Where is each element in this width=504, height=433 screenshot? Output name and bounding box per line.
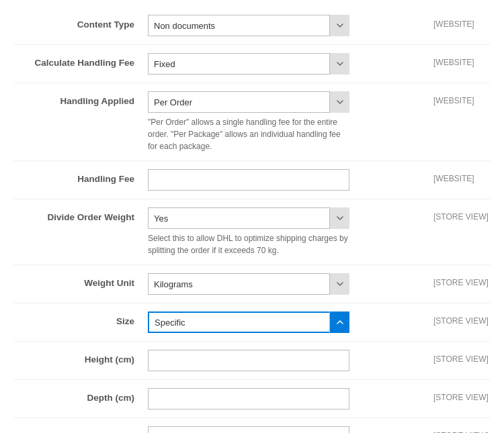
- label-width-cm: Width (cm): [13, 426, 148, 433]
- form-row-size: SizeSpecificRegular [STORE VIEW]: [13, 303, 491, 342]
- input-width-cm[interactable]: [148, 426, 349, 433]
- input-depth-cm[interactable]: [148, 388, 349, 410]
- form-row-width-cm: Width (cm)[STORE VIEW]: [13, 418, 491, 433]
- input-handling-fee[interactable]: [148, 169, 349, 191]
- form-row-weight-unit: Weight UnitKilogramsPounds [STORE VIEW]: [13, 265, 491, 303]
- form-row-handling-applied: Handling AppliedPer OrderPer Package "Pe…: [13, 83, 491, 161]
- control-wrap-size: SpecificRegular: [148, 311, 423, 333]
- select-wrapper-weight-unit: KilogramsPounds: [148, 273, 349, 295]
- scope-depth-cm: [STORE VIEW]: [423, 388, 491, 402]
- scope-calculate-handling-fee: [WEBSITE]: [423, 53, 491, 67]
- form-row-height-cm: Height (cm)[STORE VIEW]: [13, 342, 491, 380]
- scope-height-cm: [STORE VIEW]: [423, 350, 491, 364]
- label-weight-unit: Weight Unit: [13, 273, 148, 288]
- control-wrap-handling-fee: [148, 169, 423, 191]
- select-handling-applied[interactable]: Per OrderPer Package: [148, 91, 349, 113]
- control-wrap-handling-applied: Per OrderPer Package "Per Order" allows …: [148, 91, 423, 152]
- select-size[interactable]: SpecificRegular: [148, 311, 349, 333]
- form-row-calculate-handling-fee: Calculate Handling FeeFixedPercent [WEBS…: [13, 45, 491, 83]
- control-wrap-content-type: Non documentsDocuments: [148, 15, 423, 36]
- note-divide-order-weight: Select this to allow DHL to optimize shi…: [148, 232, 349, 256]
- note-handling-applied: "Per Order" allows a single handling fee…: [148, 116, 349, 152]
- control-wrap-divide-order-weight: YesNo Select this to allow DHL to optimi…: [148, 207, 423, 256]
- select-wrapper-size: SpecificRegular: [148, 311, 349, 333]
- label-height-cm: Height (cm): [13, 350, 148, 365]
- scope-width-cm: [STORE VIEW]: [423, 426, 491, 433]
- select-wrapper-content-type: Non documentsDocuments: [148, 15, 349, 36]
- scope-content-type: [WEBSITE]: [423, 15, 491, 29]
- scope-handling-fee: [WEBSITE]: [423, 169, 491, 183]
- label-depth-cm: Depth (cm): [13, 388, 148, 403]
- scope-size: [STORE VIEW]: [423, 311, 491, 326]
- control-wrap-weight-unit: KilogramsPounds: [148, 273, 423, 295]
- select-calculate-handling-fee[interactable]: FixedPercent: [148, 53, 349, 75]
- label-divide-order-weight: Divide Order Weight: [13, 207, 148, 222]
- label-calculate-handling-fee: Calculate Handling Fee: [13, 53, 148, 68]
- control-wrap-calculate-handling-fee: FixedPercent: [148, 53, 423, 75]
- scope-divide-order-weight: [STORE VIEW]: [423, 207, 491, 222]
- label-handling-applied: Handling Applied: [13, 91, 148, 106]
- form-row-depth-cm: Depth (cm)[STORE VIEW]: [13, 380, 491, 418]
- settings-form: Content TypeNon documentsDocuments [WEBS…: [0, 0, 504, 433]
- label-content-type: Content Type: [13, 15, 148, 30]
- control-wrap-width-cm: [148, 426, 423, 433]
- label-size: Size: [13, 311, 148, 326]
- select-weight-unit[interactable]: KilogramsPounds: [148, 273, 349, 295]
- select-divide-order-weight[interactable]: YesNo: [148, 207, 349, 229]
- control-wrap-depth-cm: [148, 388, 423, 410]
- control-wrap-height-cm: [148, 350, 423, 371]
- form-row-content-type: Content TypeNon documentsDocuments [WEBS…: [13, 7, 491, 45]
- select-wrapper-divide-order-weight: YesNo: [148, 207, 349, 229]
- select-content-type[interactable]: Non documentsDocuments: [148, 15, 349, 36]
- scope-handling-applied: [WEBSITE]: [423, 91, 491, 105]
- select-wrapper-handling-applied: Per OrderPer Package: [148, 91, 349, 113]
- form-row-divide-order-weight: Divide Order WeightYesNo Select this to …: [13, 199, 491, 265]
- form-row-handling-fee: Handling Fee[WEBSITE]: [13, 161, 491, 199]
- input-height-cm[interactable]: [148, 350, 349, 371]
- select-wrapper-calculate-handling-fee: FixedPercent: [148, 53, 349, 75]
- label-handling-fee: Handling Fee: [13, 169, 148, 184]
- scope-weight-unit: [STORE VIEW]: [423, 273, 491, 287]
